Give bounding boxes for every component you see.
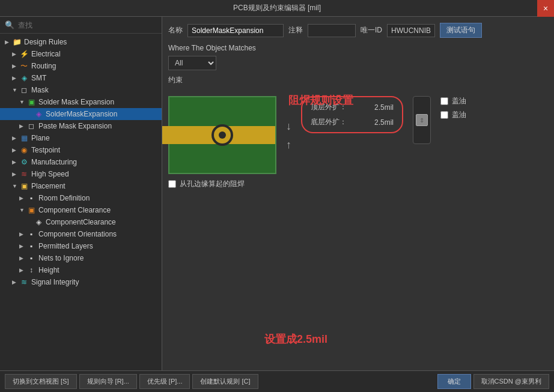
tree-label-smt: SMT	[31, 74, 46, 82]
tree-item-placement[interactable]: ▼ ▣ Placement	[0, 180, 162, 192]
tree-label-paste-mask: Paste Mask Expansion	[38, 122, 112, 130]
tree-item-solder-mask[interactable]: ▼ ▣ Solder Mask Expansion	[0, 96, 162, 108]
top-mask-checkbox[interactable]	[440, 97, 448, 105]
pcb-visual	[168, 96, 276, 174]
tree-item-room-def[interactable]: ▶ ▪ Room Definition	[0, 192, 162, 204]
tree-item-permitted-layers[interactable]: ▶ ▪ Permitted Layers	[0, 240, 162, 252]
confirm-button[interactable]: 确定	[437, 374, 471, 389]
search-input[interactable]	[18, 21, 157, 29]
tree-label-routing: Routing	[31, 62, 56, 70]
tree-label-design-rules: Design Rules	[24, 38, 67, 46]
constraint-area-wrapper: 阻焊规则设置 ↓ ↑	[168, 90, 548, 364]
where-title: Where The Object Matches	[168, 44, 548, 52]
tree-item-comp-clear[interactable]: ▼ ▣ Component Clearance	[0, 204, 162, 216]
main-container: 🔍 ▶ 📁 Design Rules ▶ ⚡ Electrical ▶ 〜 Ro…	[0, 17, 554, 370]
tree-item-routing[interactable]: ▶ 〜 Routing	[0, 60, 162, 72]
from-hole-checkbox[interactable]	[168, 180, 176, 188]
arrow-testpoint: ▶	[12, 147, 19, 153]
arrow-routing: ▶	[12, 63, 19, 69]
switch-doc-view-button[interactable]: 切换到文档视图 [S]	[5, 374, 77, 389]
mask-icon: ◻	[19, 85, 29, 95]
tree-item-mask[interactable]: ▼ ◻ Mask	[0, 84, 162, 96]
high-speed-icon: ≋	[19, 169, 29, 179]
tree-item-manufacturing[interactable]: ▶ ⚙ Manufacturing	[0, 156, 162, 168]
bottom-mask-checkbox[interactable]	[440, 111, 448, 119]
search-icon: 🔍	[5, 20, 14, 29]
create-default-rules-button[interactable]: 创建默认规则 [C]	[192, 374, 258, 389]
top-mask-row: 盖油	[440, 96, 466, 106]
cancel-button[interactable]: 取消CSDN @束男利	[473, 374, 549, 389]
arrow-electrical: ▶	[12, 51, 19, 57]
title-bar-text: PCB规则及约束编辑器 [mil]	[233, 3, 321, 13]
rule-comment-input[interactable]	[308, 24, 356, 37]
tree-item-paste-mask[interactable]: ▶ ◻ Paste Mask Expansion	[0, 120, 162, 132]
tree-item-smt[interactable]: ▶ ◈ SMT	[0, 72, 162, 84]
sme-icon: ◈	[34, 109, 43, 119]
title-bar: PCB规则及约束编辑器 [mil] ×	[0, 0, 554, 17]
arrow-paste-mask: ▶	[19, 123, 26, 129]
tree-label-high-speed: High Speed	[31, 170, 69, 178]
paste-mask-icon: ◻	[26, 121, 36, 131]
arrow-comp-clear: ▼	[19, 207, 26, 213]
comp-orient-icon: ▪	[26, 229, 36, 239]
tree-item-design-rules[interactable]: ▶ 📁 Design Rules	[0, 36, 162, 48]
tree-label-height: Height	[38, 266, 59, 274]
where-select[interactable]: All Net Net Class Layer	[168, 56, 216, 70]
slider[interactable]: ⇕	[413, 96, 431, 144]
where-section: Where The Object Matches All Net Net Cla…	[168, 44, 548, 70]
tree-item-high-speed[interactable]: ▶ ≋ High Speed	[0, 168, 162, 180]
tree-label-mask: Mask	[31, 86, 49, 94]
tree-container: ▶ 📁 Design Rules ▶ ⚡ Electrical ▶ 〜 Rout…	[0, 34, 162, 370]
arrow-manufacturing: ▶	[12, 159, 19, 165]
room-def-icon: ▪	[26, 193, 36, 203]
tree-label-placement: Placement	[31, 182, 65, 190]
comp-clear-icon: ▣	[26, 205, 36, 215]
tree-item-nets-ignore[interactable]: ▶ ▪ Nets to Ignore	[0, 252, 162, 264]
plane-icon: ▦	[19, 133, 29, 143]
height-icon: ↕	[26, 265, 36, 275]
tree-item-plane[interactable]: ▶ ▦ Plane	[0, 132, 162, 144]
arrow-si: ▶	[12, 279, 19, 285]
arrow-nets: ▶	[19, 255, 26, 261]
tree-item-solder-mask-expansion[interactable]: ◈ SolderMaskExpansion	[0, 108, 162, 120]
arrow-permitted: ▶	[19, 243, 26, 249]
constraint-main: ↓ ↑ 顶层外扩： 2.5mil 底层外扩： 2.5mil ⇕	[168, 96, 548, 174]
arrow-height: ▶	[19, 267, 26, 273]
annotation-bottom: 设置成2.5mil	[264, 332, 327, 346]
tree-item-comp-clear-item[interactable]: ◈ ComponentClearance	[0, 216, 162, 228]
test-button[interactable]: 测试语句	[440, 23, 482, 38]
where-row: All Net Net Class Layer	[168, 56, 548, 70]
arrow-room-def: ▶	[19, 195, 26, 201]
cci-icon: ◈	[34, 217, 43, 227]
rules-wizard-button[interactable]: 规则向导 [R]...	[79, 374, 137, 389]
slider-handle[interactable]: ⇕	[416, 114, 428, 126]
solder-mask-icon: ▣	[26, 97, 36, 107]
close-button[interactable]: ×	[537, 0, 554, 17]
bottom-toolbar: 切换到文档视图 [S] 规则向导 [R]... 优先级 [P]... 创建默认规…	[0, 370, 554, 392]
tree-item-comp-orient[interactable]: ▶ ▪ Component Orientations	[0, 228, 162, 240]
tree-item-electrical[interactable]: ▶ ⚡ Electrical	[0, 48, 162, 60]
rule-name-input[interactable]	[187, 24, 284, 37]
arrow-smt: ▶	[12, 75, 19, 81]
bottom-mask-label: 盖油	[452, 110, 466, 120]
tree-label-comp-orient: Component Orientations	[38, 230, 117, 238]
tree-label-testpoint: Testpoint	[31, 146, 60, 154]
tree-label-manufacturing: Manufacturing	[31, 158, 77, 166]
annotation-top: 阻焊规则设置	[288, 93, 353, 107]
name-label: 名称	[168, 25, 183, 35]
pcb-strip-left	[162, 126, 171, 144]
manufacturing-icon: ⚙	[19, 157, 29, 167]
tree-item-height[interactable]: ▶ ↕ Height	[0, 264, 162, 276]
priority-button[interactable]: 优先级 [P]...	[139, 374, 190, 389]
tree-label-cci: ComponentClearance	[46, 218, 116, 226]
id-value[interactable]	[387, 24, 435, 37]
placement-icon: ▣	[19, 181, 29, 191]
search-bar: 🔍	[0, 17, 162, 34]
arrows-container: ↓ ↑	[286, 120, 291, 151]
smt-icon: ◈	[19, 73, 29, 83]
tree-label-solder-mask: Solder Mask Expansion	[38, 98, 114, 106]
tree-item-testpoint[interactable]: ▶ ◉ Testpoint	[0, 144, 162, 156]
tree-label-sme: SolderMaskExpansion	[46, 110, 117, 118]
from-hole-label: 从孔边缘算起的阻焊	[180, 179, 245, 189]
tree-item-signal-integrity[interactable]: ▶ ≋ Signal Integrity	[0, 276, 162, 288]
